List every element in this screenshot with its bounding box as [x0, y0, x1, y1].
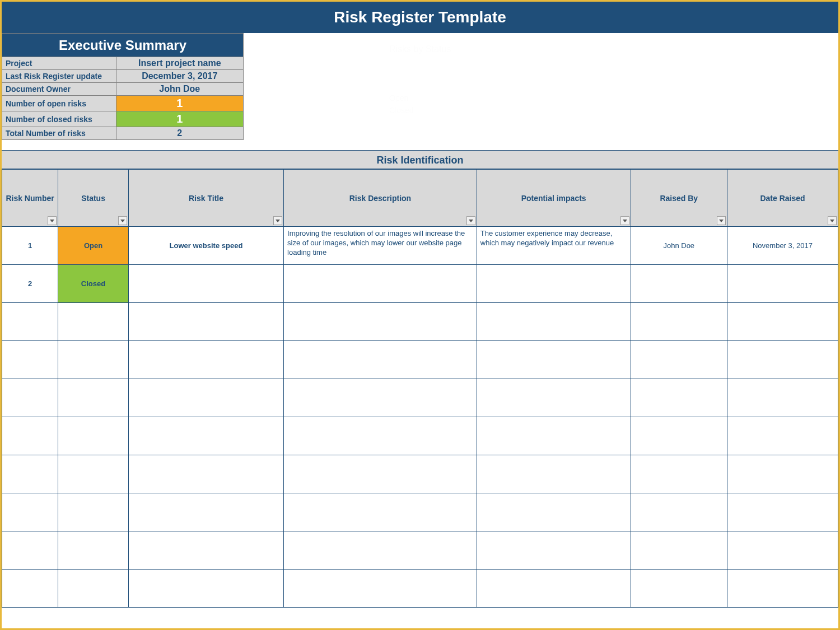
top-area: Executive Summary Project Insert project… [2, 33, 838, 140]
cell-risk-title[interactable] [128, 303, 283, 341]
owner-value[interactable]: John Doe [116, 83, 243, 96]
total-risks-label: Total Number of risks [2, 127, 116, 140]
cell-date-raised[interactable] [727, 493, 838, 531]
cell-risk-title[interactable] [128, 417, 283, 455]
table-row [2, 303, 838, 341]
risk-table: Risk Number Status Risk Title Risk Descr… [2, 169, 838, 608]
cell-date-raised[interactable] [727, 341, 838, 379]
cell-potential-impacts[interactable] [477, 570, 631, 608]
cell-risk-number[interactable] [2, 341, 58, 379]
table-row: 1OpenLower website speedImproving the re… [2, 227, 838, 265]
cell-risk-number[interactable] [2, 493, 58, 531]
cell-risk-title[interactable] [128, 570, 283, 608]
cell-raised-by[interactable] [631, 417, 727, 455]
cell-date-raised[interactable] [727, 265, 838, 303]
col-date-raised[interactable]: Date Raised [727, 170, 838, 227]
col-raised-by[interactable]: Raised By [631, 170, 727, 227]
col-potential-impacts[interactable]: Potential impacts [477, 170, 631, 227]
cell-raised-by[interactable] [631, 531, 727, 570]
col-status[interactable]: Status [58, 170, 129, 227]
cell-raised-by[interactable] [631, 493, 727, 531]
cell-status[interactable] [58, 455, 129, 493]
filter-icon[interactable] [273, 216, 282, 225]
update-value[interactable]: December 3, 2017 [116, 70, 243, 83]
cell-risk-description[interactable] [284, 531, 477, 570]
cell-risk-description[interactable] [284, 341, 477, 379]
cell-status[interactable] [58, 379, 129, 417]
filter-icon[interactable] [118, 216, 127, 225]
cell-status[interactable]: Closed [58, 265, 129, 303]
cell-risk-title[interactable] [128, 531, 283, 570]
cell-date-raised[interactable] [727, 417, 838, 455]
closed-risks-value: 1 [116, 111, 243, 127]
cell-risk-title[interactable] [128, 341, 283, 379]
cell-risk-number[interactable] [2, 417, 58, 455]
cell-risk-description[interactable] [284, 570, 477, 608]
cell-risk-description[interactable] [284, 379, 477, 417]
cell-raised-by[interactable] [631, 265, 727, 303]
col-risk-title[interactable]: Risk Title [128, 170, 283, 227]
cell-risk-title[interactable] [128, 379, 283, 417]
cell-risk-number[interactable] [2, 570, 58, 608]
cell-risk-title[interactable] [128, 265, 283, 303]
cell-potential-impacts[interactable] [477, 303, 631, 341]
cell-risk-description[interactable] [284, 417, 477, 455]
filter-icon[interactable] [466, 216, 475, 225]
cell-raised-by[interactable]: John Doe [631, 227, 727, 265]
cell-status[interactable] [58, 417, 129, 455]
cell-risk-title[interactable] [128, 455, 283, 493]
filter-icon[interactable] [828, 216, 837, 225]
cell-risk-number[interactable] [2, 379, 58, 417]
cell-raised-by[interactable] [631, 303, 727, 341]
cell-potential-impacts[interactable]: The customer experience may decrease, wh… [477, 227, 631, 265]
cell-raised-by[interactable] [631, 379, 727, 417]
cell-risk-description[interactable] [284, 493, 477, 531]
cell-potential-impacts[interactable] [477, 417, 631, 455]
exec-summary-header: Executive Summary [2, 34, 244, 57]
cell-date-raised[interactable] [727, 531, 838, 570]
cell-potential-impacts[interactable] [477, 379, 631, 417]
table-row [2, 341, 838, 379]
executive-summary-table: Executive Summary Project Insert project… [2, 33, 244, 140]
cell-status[interactable] [58, 341, 129, 379]
table-row [2, 455, 838, 493]
cell-date-raised[interactable] [727, 455, 838, 493]
filter-icon[interactable] [620, 216, 629, 225]
filter-icon[interactable] [48, 216, 57, 225]
cell-date-raised[interactable] [727, 570, 838, 608]
cell-potential-impacts[interactable] [477, 265, 631, 303]
cell-status[interactable] [58, 303, 129, 341]
cell-status[interactable] [58, 493, 129, 531]
filter-icon[interactable] [717, 216, 726, 225]
page-title: Risk Register Template [2, 2, 838, 33]
cell-risk-number[interactable] [2, 531, 58, 570]
cell-status[interactable] [58, 531, 129, 570]
cell-risk-description[interactable] [284, 455, 477, 493]
project-label: Project [2, 57, 116, 70]
col-risk-number[interactable]: Risk Number [2, 170, 58, 227]
cell-potential-impacts[interactable] [477, 341, 631, 379]
cell-raised-by[interactable] [631, 455, 727, 493]
update-label: Last Risk Register update [2, 70, 116, 83]
cell-potential-impacts[interactable] [477, 455, 631, 493]
cell-date-raised[interactable]: November 3, 2017 [727, 227, 838, 265]
project-value[interactable]: Insert project name [116, 57, 243, 70]
cell-risk-title[interactable] [128, 493, 283, 531]
cell-risk-description[interactable] [284, 265, 477, 303]
cell-status[interactable]: Open [58, 227, 129, 265]
cell-date-raised[interactable] [727, 303, 838, 341]
cell-risk-description[interactable]: Improving the resolution of our images w… [284, 227, 477, 265]
cell-date-raised[interactable] [727, 379, 838, 417]
cell-risk-title[interactable]: Lower website speed [128, 227, 283, 265]
cell-risk-number[interactable]: 1 [2, 227, 58, 265]
cell-risk-number[interactable] [2, 455, 58, 493]
col-risk-description[interactable]: Risk Description [284, 170, 477, 227]
cell-status[interactable] [58, 570, 129, 608]
cell-potential-impacts[interactable] [477, 531, 631, 570]
cell-risk-number[interactable] [2, 303, 58, 341]
cell-raised-by[interactable] [631, 341, 727, 379]
cell-raised-by[interactable] [631, 570, 727, 608]
cell-potential-impacts[interactable] [477, 493, 631, 531]
cell-risk-number[interactable]: 2 [2, 265, 58, 303]
cell-risk-description[interactable] [284, 303, 477, 341]
